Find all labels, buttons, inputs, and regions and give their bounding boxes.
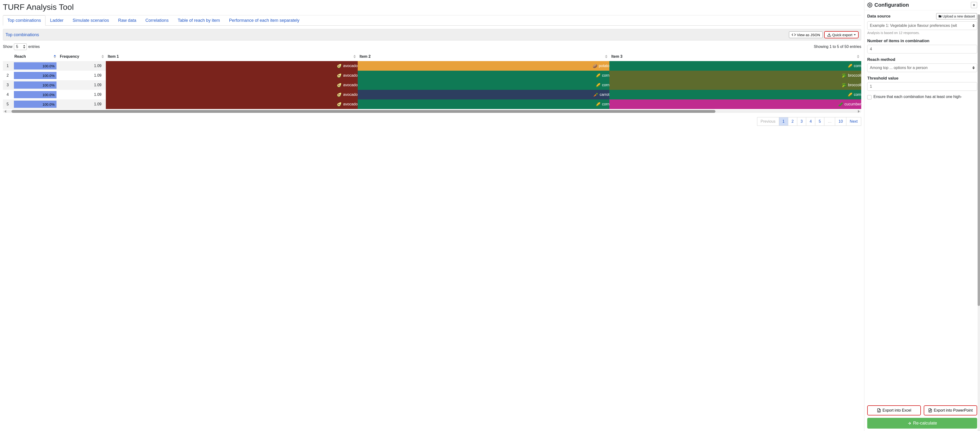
scroll-left-icon [4,110,6,113]
corn-icon: 🌽 [848,93,853,97]
chevron-down-icon [854,34,856,35]
reach-method-label: Reach method [867,57,977,62]
reach-method-select[interactable]: Among top ... options for a person [867,64,977,72]
recalculate-label: Re-calculate [913,421,937,426]
corn-icon: 🌽 [596,83,600,88]
view-json-label: View as JSON [797,33,820,37]
table-row: 5100.0%1.09🥑avocado🌽corn🥒cucumber [3,99,861,109]
file-powerpoint-icon [928,408,932,413]
avocado-icon: 🥑 [337,93,342,97]
pagination-page-5[interactable]: 5 [815,117,824,126]
export-ppt-button[interactable]: Export into PowerPoint [924,405,977,415]
horizontal-scrollbar[interactable] [3,110,861,113]
ensure-checkbox[interactable] [867,95,872,99]
broccoli-icon: 🥦 [842,83,846,88]
pagination-page-2[interactable]: 2 [788,117,797,126]
potato-icon: 🥔 [593,64,597,68]
item-label: avocado [343,93,358,97]
svg-point-1 [869,4,870,6]
row-index: 1 [3,61,13,71]
col-item2[interactable]: Item 2 [358,52,609,61]
upload-dataset-button[interactable]: Upload a new dataset [936,13,977,19]
pagination-page-3[interactable]: 3 [797,117,807,126]
col-item3[interactable]: Item 3 [609,52,861,61]
spinner-up-icon [23,45,25,46]
close-sidebar-button[interactable] [971,2,977,8]
upload-btn-label: Upload a new dataset [943,14,975,18]
reach-cell: 100.0% [13,71,58,80]
item-cell-potato: 🥔potato [358,61,609,71]
scrollbar-thumb[interactable] [11,110,716,113]
frequency-cell: 1.09 [58,61,106,71]
item-label: avocado [343,73,358,78]
item-cell-carrot: 🥕carrot [358,90,609,99]
export-excel-button[interactable]: Export into Excel [867,405,921,415]
item-label: potato [599,64,609,68]
item-cell-corn: 🌽corn [358,80,609,90]
ensure-label: Ensure that each combination has at leas… [873,95,962,99]
results-table: Reach Frequency Item 1 Item 2 Item 3 110… [3,52,861,109]
col-item1[interactable]: Item 1 [106,52,358,61]
col-frequency[interactable]: Frequency [58,52,106,61]
pagination-page-4[interactable]: 4 [806,117,815,126]
data-source-hint: Analysis is based on 12 responses. [867,31,977,35]
item-label: avocado [343,64,358,68]
arrow-right-icon [907,421,912,426]
pagination: Previous12345…10Next [3,117,861,126]
reach-cell: 100.0% [13,99,58,109]
corn-icon: 🌽 [596,102,600,107]
reach-bar: 100.0% [14,81,57,89]
col-freq-label: Frequency [60,54,79,59]
close-icon [972,3,976,7]
row-index: 3 [3,80,13,90]
item-cell-avocado: 🥑avocado [106,80,358,90]
reach-cell: 100.0% [13,80,58,90]
item-cell-corn: 🌽corn [609,90,861,99]
reach-bar: 100.0% [14,101,57,108]
pagination-page-1[interactable]: 1 [779,117,788,126]
frequency-cell: 1.09 [58,80,106,90]
view-json-button[interactable]: View as JSON [789,31,822,38]
corn-icon: 🌽 [848,64,853,68]
avocado-icon: 🥑 [337,83,342,88]
pagination-previous[interactable]: Previous [757,117,779,126]
sidebar-title: Configuration [874,2,971,8]
tab-table-of-reach-by-item[interactable]: Table of reach by item [173,15,224,26]
avocado-icon: 🥑 [337,64,342,68]
ensure-checkbox-row[interactable]: Ensure that each combination has at leas… [867,95,977,99]
tab-top-combinations[interactable]: Top combinations [3,15,46,26]
recalculate-button[interactable]: Re-calculate [867,418,977,429]
num-items-input[interactable]: 4 [867,45,977,53]
show-label-pre: Show [3,45,13,49]
cucumber-icon: 🥒 [838,102,843,107]
export-excel-label: Export into Excel [883,408,911,413]
broccoli-icon: 🥦 [842,73,846,78]
quick-export-button[interactable]: Quick export [824,31,859,38]
folder-open-icon [938,14,942,18]
threshold-input[interactable]: 1 [867,82,977,91]
data-source-select[interactable]: Example 1: Vegetable juice flavour prefe… [867,21,977,30]
entries-value: 5 [16,45,18,49]
avocado-icon: 🥑 [337,102,342,107]
reach-cell: 100.0% [13,90,58,99]
sidebar-vertical-scrollbar[interactable] [978,14,980,431]
tab-performance-of-each-item-separately[interactable]: Performance of each item separately [224,15,304,26]
code-icon [792,33,796,37]
tab-raw-data[interactable]: Raw data [113,15,141,26]
entries-per-page-select[interactable]: 5 [14,43,27,50]
app-title: TURF Analysis Tool [3,2,861,12]
avocado-icon: 🥑 [337,73,342,78]
col-reach-label: Reach [14,54,26,59]
tab-ladder[interactable]: Ladder [46,15,68,26]
col-reach[interactable]: Reach [13,52,58,61]
tab-correlations[interactable]: Correlations [141,15,173,26]
tab-simulate-scenarios[interactable]: Simulate scenarios [68,15,113,26]
item-cell-corn: 🌽corn [609,61,861,71]
item-cell-broccoli: 🥦broccoli [609,71,861,80]
data-source-label: Data source [867,14,891,19]
num-items-label: Number of items in combination [867,38,977,43]
item-cell-avocado: 🥑avocado [106,61,358,71]
pagination-next[interactable]: Next [846,117,861,126]
pagination-page-10[interactable]: 10 [835,117,846,126]
vscroll-thumb[interactable] [978,14,980,306]
